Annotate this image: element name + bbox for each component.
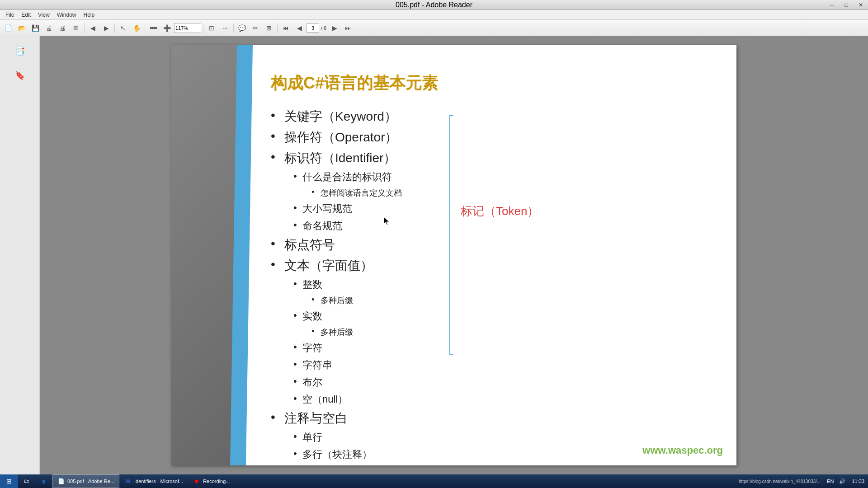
toolbar-separator-2 <box>114 23 115 33</box>
fit-page-button[interactable]: ⊡ <box>205 22 218 34</box>
print-button[interactable]: 🖨 <box>56 22 69 34</box>
hand-button[interactable]: ✋ <box>130 22 143 34</box>
toolbar-separator-5 <box>233 23 234 33</box>
slide-list: 关键字（Keyword） 操作符（Operator） 标识符（Identifie… <box>271 108 727 461</box>
print-setup-button[interactable]: 🖨 <box>42 22 55 34</box>
new-button[interactable]: 📄 <box>2 22 14 34</box>
toolbar-separator-3 <box>145 23 145 33</box>
url-display: https://blog.csdn.net/weixin_44813033/..… <box>735 479 824 484</box>
zoom-input[interactable] <box>174 23 201 33</box>
recording-icon: ⏺ <box>193 478 200 485</box>
taskbar-item-ie[interactable]: e <box>35 474 52 488</box>
menu-edit[interactable]: Edit <box>18 11 34 19</box>
list-item: 标识符（Identifier） <box>271 150 727 167</box>
minimize-button[interactable]: ─ <box>825 0 839 10</box>
menubar: File Edit View Window Help <box>0 10 868 20</box>
maximize-button[interactable]: □ <box>839 0 854 10</box>
clock-time: 11:33 <box>852 479 864 484</box>
list-item: 实数 <box>271 310 727 323</box>
save-button[interactable]: 💾 <box>29 22 42 34</box>
back-button[interactable]: ◀ <box>86 22 99 34</box>
email-button[interactable]: ✉ <box>70 22 82 34</box>
list-item: 文本（字面值） <box>271 257 727 274</box>
next-page-button[interactable]: ▶ <box>328 22 341 34</box>
pages-panel-icon[interactable]: 📑 <box>6 40 33 62</box>
list-item: 关键字（Keyword） <box>271 108 727 125</box>
taskbar-item-explorer[interactable]: 🗂 <box>18 474 35 488</box>
tray-lang[interactable]: EN <box>824 474 836 488</box>
clock[interactable]: 11:33 <box>848 474 868 488</box>
taskbar: ⊞ 🗂 e 📄 005.pdf - Adobe Re... W Identifi… <box>0 474 868 488</box>
start-button[interactable]: ⊞ <box>0 474 18 488</box>
zoom-in-button[interactable]: ➕ <box>160 22 173 34</box>
explorer-icon: 🗂 <box>23 478 30 485</box>
taskbar-item-adobe[interactable]: 📄 005.pdf - Adobe Re... <box>52 474 119 488</box>
list-item: 标点符号 <box>271 236 727 253</box>
list-item: 字符 <box>271 341 727 355</box>
taskbar-item-recording[interactable]: ⏺ Recording... <box>188 474 235 488</box>
adobe-icon: 📄 <box>57 478 65 485</box>
titlebar: 005.pdf - Adobe Reader ─ □ ✕ <box>0 0 868 10</box>
menu-file[interactable]: File <box>2 11 18 19</box>
open-button[interactable]: 📂 <box>15 22 28 34</box>
close-button[interactable]: ✕ <box>854 0 868 10</box>
list-item: 怎样阅读语言定义文档 <box>271 188 727 198</box>
main-content-area[interactable]: 构成C#语言的基本元素 关键字（Keyword） 操作符（Operator） 标… <box>40 36 868 474</box>
list-item: 整数 <box>271 278 727 291</box>
list-item: 什么是合法的标识符 <box>271 170 727 184</box>
crop-btn[interactable]: ⊠ <box>263 22 275 34</box>
taskbar-recording-label: Recording... <box>203 479 230 484</box>
first-page-button[interactable]: ⏮ <box>279 22 292 34</box>
msword-icon: W <box>124 478 132 485</box>
toolbar-separator-4 <box>203 23 203 33</box>
list-item: 空（null） <box>271 393 727 406</box>
slide-content: 构成C#语言的基本元素 关键字（Keyword） 操作符（Operator） 标… <box>271 72 727 456</box>
last-page-button[interactable]: ⏭ <box>342 22 354 34</box>
slide-decoration-left <box>171 45 271 465</box>
page-nav-group: ⏮ ◀ / 6 ▶ ⏭ <box>279 22 354 34</box>
bookmarks-panel-icon[interactable]: 🔖 <box>6 64 33 87</box>
list-item: 注释与空白 <box>271 410 727 427</box>
list-item: 操作符（Operator） <box>271 129 727 146</box>
titlebar-text: 005.pdf - Adobe Reader <box>396 1 472 9</box>
zoom-out-button[interactable]: ➖ <box>147 22 160 34</box>
menu-window[interactable]: Window <box>53 11 80 19</box>
comment-btn[interactable]: 💬 <box>236 22 248 34</box>
token-label: 标记（Token） <box>461 203 539 219</box>
taskbar-adobe-label: 005.pdf - Adobe Re... <box>67 479 114 484</box>
token-bracket <box>449 115 453 355</box>
taskbar-item-msword[interactable]: W Identifiers - Microsof... <box>119 474 188 488</box>
list-item: 布尔 <box>271 375 727 389</box>
watermark: www.waspec.org <box>642 445 723 456</box>
highlight-btn[interactable]: ✏ <box>249 22 262 34</box>
slide-title: 构成C#语言的基本元素 <box>271 72 727 94</box>
toolbar-separator-6 <box>277 23 278 33</box>
forward-button[interactable]: ▶ <box>100 22 113 34</box>
list-item: 多种后缀 <box>271 295 727 306</box>
left-panel: 📑 🔖 <box>0 36 40 474</box>
cursor-button[interactable]: ↖ <box>117 22 129 34</box>
page-total: / 6 <box>320 25 327 31</box>
ie-icon: e <box>40 478 47 485</box>
taskbar-msword-label: Identifiers - Microsof... <box>134 479 183 484</box>
list-item: 多种后缀 <box>271 327 727 338</box>
lang-label: EN <box>827 479 834 484</box>
menu-view[interactable]: View <box>34 11 53 19</box>
pdf-page: 构成C#语言的基本元素 关键字（Keyword） 操作符（Operator） 标… <box>171 45 736 465</box>
toolbar-separator-1 <box>84 23 85 33</box>
toolbar: 📄 📂 💾 🖨 🖨 ✉ ◀ ▶ ↖ ✋ ➖ ➕ ⊡ ↔ 💬 ✏ ⊠ ⏮ ◀ / … <box>0 20 868 36</box>
list-item: 单行 <box>271 431 727 444</box>
list-item: 字符串 <box>271 358 727 372</box>
titlebar-controls: ─ □ ✕ <box>825 0 868 9</box>
page-number-input[interactable] <box>307 23 319 33</box>
taskbar-right: https://blog.csdn.net/weixin_44813033/..… <box>735 474 868 488</box>
fit-width-button[interactable]: ↔ <box>219 22 231 34</box>
prev-page-button[interactable]: ◀ <box>293 22 306 34</box>
menu-help[interactable]: Help <box>80 11 99 19</box>
tray-volume[interactable]: 🔊 <box>836 474 848 488</box>
list-item: 命名规范 <box>271 219 727 233</box>
